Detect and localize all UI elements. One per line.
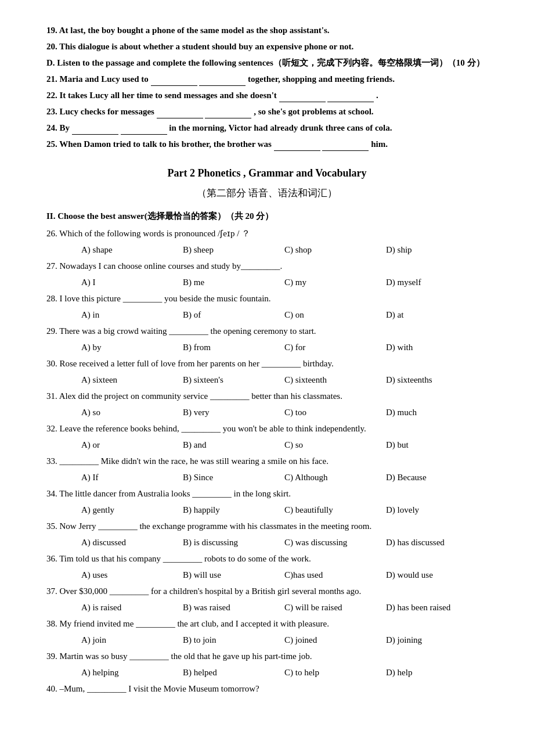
q28-d: D) at	[386, 308, 488, 322]
q23-suffix: , so she's got problems at school.	[254, 107, 373, 116]
q33-b: B) Since	[183, 470, 284, 484]
q35-c: C) was discussing	[284, 535, 386, 549]
q22-blank2	[327, 93, 374, 103]
q21-line: 21. Maria and Lucy used to together, sho…	[46, 72, 488, 86]
q25-blank2	[322, 142, 369, 152]
q26: 26. Which of the following words is pron…	[46, 226, 488, 240]
q26-a: A) shape	[81, 243, 183, 257]
q34-options: A) gently B) happily C) beautifully D) l…	[81, 503, 488, 517]
q24-blank1	[72, 125, 118, 135]
q28-c: C) on	[284, 308, 386, 322]
q38-d: D) joining	[386, 633, 488, 647]
q35-b: B) is discussing	[183, 535, 284, 549]
q23-label: 23. Lucy checks for messages	[46, 107, 154, 116]
q21-blank2	[199, 77, 246, 87]
q35: 35. Now Jerry _________ the exchange pro…	[46, 519, 488, 533]
q37-c: C) will be raised	[284, 600, 386, 614]
part2-cn: （第二部分 语音、语法和词汇）	[46, 185, 488, 201]
q29-b: B) from	[183, 340, 284, 354]
q37: 37. Over $30,000 _________ for a childre…	[46, 584, 488, 598]
q38-b: B) to join	[183, 633, 284, 647]
q30-b: B) sixteen's	[183, 373, 284, 387]
q31: 31. Alex did the project on community se…	[46, 389, 488, 403]
q37-options: A) is raised B) was raised C) will be ra…	[81, 600, 488, 614]
section-ii-header: II. Choose the best answer(选择最恰当的答案）（共 2…	[46, 209, 488, 223]
q36-d: D) would use	[386, 568, 488, 582]
q37-a: A) is raised	[81, 600, 183, 614]
q35-d: D) has discussed	[386, 535, 488, 549]
q31-options: A) so B) very C) too D) much	[81, 405, 488, 419]
q39-b: B) helped	[183, 665, 284, 679]
page-content: 19. At last, the boy bought a phone of t…	[46, 23, 488, 696]
q23-blank2	[205, 109, 251, 119]
q33-a: A) If	[81, 470, 183, 484]
q34-b: B) happily	[183, 503, 284, 517]
q32-d: D) but	[386, 438, 488, 452]
q40: 40. –Mum, _________ I visit the Movie Mu…	[46, 682, 488, 696]
q26-c: C) shop	[284, 243, 386, 257]
q34-c: C) beautifully	[284, 503, 386, 517]
q29-options: A) by B) from C) for D) with	[81, 340, 488, 354]
q19: 19. At last, the boy bought a phone of t…	[46, 23, 488, 37]
q30: 30. Rose received a letter full of love …	[46, 357, 488, 370]
q37-d: D) has been raised	[386, 600, 488, 614]
q32-options: A) or B) and C) so D) but	[81, 438, 488, 452]
q38-options: A) join B) to join C) joined D) joining	[81, 633, 488, 647]
q22-suffix: .	[376, 91, 378, 100]
q31-a: A) so	[81, 405, 183, 419]
q24-label: 24. By	[46, 123, 70, 132]
q26-options: A) shape B) sheep C) shop D) ship	[81, 243, 488, 257]
q24-suffix: in the morning, Victor had already drunk…	[169, 123, 392, 132]
q33-c: C) Although	[284, 470, 386, 484]
q25-blank1	[274, 142, 320, 152]
q32: 32. Leave the reference books behind, __…	[46, 422, 488, 435]
q39-options: A) helping B) helped C) to help D) help	[81, 665, 488, 679]
part2-title: Part 2 Phonetics , Grammar and Vocabular…	[46, 165, 488, 182]
q28-a: A) in	[81, 308, 183, 322]
q29-d: D) with	[386, 340, 488, 354]
q25-line: 25. When Damon tried to talk to his brot…	[46, 137, 488, 151]
q27-options: A) I B) me C) my D) myself	[81, 275, 488, 289]
q22-label: 22. It takes Lucy all her time to send m…	[46, 91, 277, 100]
q28-options: A) in B) of C) on D) at	[81, 308, 488, 322]
q30-options: A) sixteen B) sixteen's C) sixteenth D) …	[81, 373, 488, 387]
q33-d: D) Because	[386, 470, 488, 484]
q27-c: C) my	[284, 275, 386, 289]
q28: 28. I love this picture _________ you be…	[46, 291, 488, 305]
q26-d: D) ship	[386, 243, 488, 257]
q37-b: B) was raised	[183, 600, 284, 614]
q30-a: A) sixteen	[81, 373, 183, 387]
q21-label: 21. Maria and Lucy used to	[46, 74, 149, 84]
q31-b: B) very	[183, 405, 284, 419]
q38-c: C) joined	[284, 633, 386, 647]
q35-a: A) discussed	[81, 535, 183, 549]
section-d: D. Listen to the passage and complete th…	[46, 56, 488, 70]
q33: 33. _________ Mike didn't win the race, …	[46, 454, 488, 468]
q39-a: A) helping	[81, 665, 183, 679]
q23-blank1	[157, 109, 203, 119]
q36-options: A) uses B) will use C)has used D) would …	[81, 568, 488, 582]
q39-c: C) to help	[284, 665, 386, 679]
q34-a: A) gently	[81, 503, 183, 517]
q36-b: B) will use	[183, 568, 284, 582]
q34: 34. The little dancer from Australia loo…	[46, 487, 488, 501]
q27-d: D) myself	[386, 275, 488, 289]
q28-b: B) of	[183, 308, 284, 322]
q36-c: C)has used	[284, 568, 386, 582]
q31-d: D) much	[386, 405, 488, 419]
q24-line: 24. By in the morning, Victor had alread…	[46, 121, 488, 135]
q39-d: D) help	[386, 665, 488, 679]
q21-blank1	[151, 77, 197, 87]
q25-suffix: him.	[371, 139, 388, 149]
q36: 36. Tim told us that his company _______…	[46, 552, 488, 566]
q20: 20. This dialogue is about whether a stu…	[46, 39, 488, 53]
q32-c: C) so	[284, 438, 386, 452]
q38: 38. My friend invited me _________ the a…	[46, 617, 488, 631]
q29-c: C) for	[284, 340, 386, 354]
q27: 27. Nowadays I can choose online courses…	[46, 259, 488, 273]
q29: 29. There was a big crowd waiting ______…	[46, 324, 488, 338]
q21-suffix: together, shopping and meeting friends.	[248, 74, 395, 84]
q32-b: B) and	[183, 438, 284, 452]
q30-c: C) sixteenth	[284, 373, 386, 387]
q27-a: A) I	[81, 275, 183, 289]
